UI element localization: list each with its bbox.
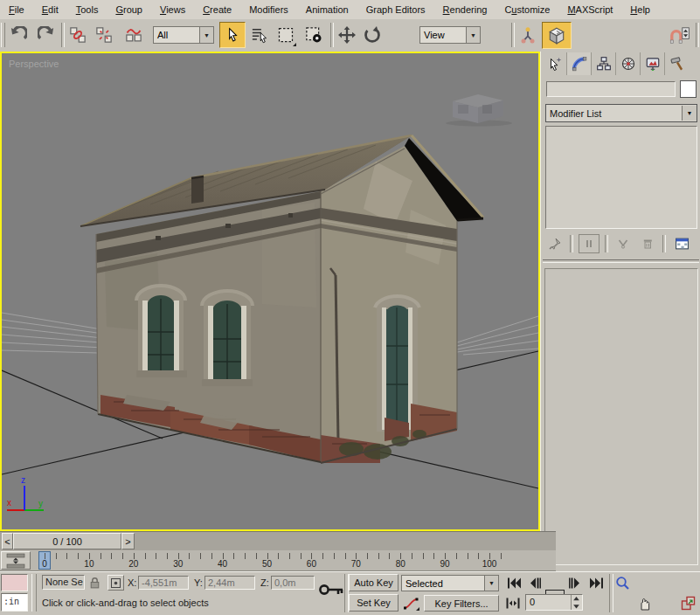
y-coord-field[interactable]: 2,44m bbox=[204, 576, 255, 590]
house-model[interactable] bbox=[80, 135, 483, 463]
set-key-button[interactable]: Set Key bbox=[349, 594, 399, 612]
separator bbox=[570, 235, 573, 252]
object-color-swatch[interactable] bbox=[680, 80, 697, 98]
toolbar-drag-handle[interactable] bbox=[1, 23, 5, 47]
modifier-stack-list[interactable] bbox=[545, 126, 697, 229]
panel-separator bbox=[543, 259, 699, 263]
key-mode-toggle-button[interactable] bbox=[504, 594, 522, 612]
zoom-button[interactable] bbox=[613, 574, 633, 591]
menu-edit[interactable]: Edit bbox=[33, 2, 67, 17]
ruler-tick bbox=[334, 553, 335, 559]
x-coord-field[interactable]: -4,551m bbox=[138, 576, 189, 590]
auto-key-button[interactable]: Auto Key bbox=[349, 574, 399, 591]
pan-view-button[interactable] bbox=[634, 594, 655, 612]
key-icon bbox=[318, 582, 344, 598]
menu-animation[interactable]: Animation bbox=[297, 2, 357, 17]
select-and-manipulate-button[interactable] bbox=[516, 23, 539, 47]
menu-modifiers[interactable]: Modifiers bbox=[240, 2, 297, 17]
menu-tools[interactable]: Tools bbox=[67, 2, 107, 17]
viewport-perspective[interactable]: Perspective bbox=[0, 52, 540, 531]
tab-modify[interactable] bbox=[567, 52, 592, 75]
macro-recorder-field[interactable] bbox=[1, 574, 28, 591]
frame-spinner[interactable] bbox=[571, 595, 582, 610]
listener-splitter[interactable] bbox=[31, 574, 37, 612]
next-frame-button[interactable] bbox=[566, 574, 584, 591]
3ds-max-window: FileEditToolsGroupViewsCreateModifiersAn… bbox=[0, 0, 700, 615]
z-coord-field[interactable]: 0,0m bbox=[271, 576, 315, 590]
object-name-field[interactable] bbox=[546, 81, 676, 97]
go-to-start-button[interactable] bbox=[504, 574, 523, 591]
pin-stack-button[interactable] bbox=[545, 234, 565, 253]
tab-create[interactable] bbox=[543, 52, 567, 75]
selection-lock-toggle[interactable] bbox=[88, 576, 101, 590]
time-slider-thumb[interactable]: 0 / 100 bbox=[13, 533, 121, 549]
go-to-end-icon bbox=[589, 577, 604, 589]
menu-maxscript[interactable]: MAXScript bbox=[558, 2, 621, 17]
rect-region-icon bbox=[277, 26, 295, 44]
redo-button[interactable] bbox=[35, 23, 58, 47]
chevron-down-icon[interactable]: ▼ bbox=[466, 27, 480, 43]
remove-modifier-button[interactable] bbox=[638, 234, 657, 253]
select-by-name-icon bbox=[251, 26, 268, 44]
pin-icon bbox=[548, 237, 562, 251]
selection-filter-dropdown[interactable]: All ▼ bbox=[153, 26, 214, 44]
chevron-down-icon[interactable]: ▼ bbox=[484, 576, 498, 591]
configure-modifier-sets-button[interactable] bbox=[671, 234, 692, 253]
menu-customize[interactable]: Customize bbox=[496, 2, 558, 17]
ruler-tick bbox=[468, 553, 468, 559]
menu-file[interactable]: File bbox=[0, 2, 33, 17]
distant-cube-object[interactable] bbox=[446, 94, 512, 127]
go-to-end-button[interactable] bbox=[586, 574, 606, 591]
menu-rendering[interactable]: Rendering bbox=[434, 2, 496, 17]
hierarchy-tab-icon bbox=[596, 56, 612, 72]
tab-hierarchy[interactable] bbox=[592, 52, 616, 75]
unlink-selection-button[interactable] bbox=[93, 23, 115, 47]
bind-to-space-warp-button[interactable] bbox=[122, 23, 145, 47]
open-mini-curve-editor-button[interactable] bbox=[1, 551, 31, 570]
rectangular-selection-region-button[interactable] bbox=[274, 23, 297, 47]
menu-views[interactable]: Views bbox=[151, 2, 194, 17]
chevron-down-icon[interactable]: ▼ bbox=[682, 106, 697, 121]
maxscript-mini-listener[interactable]: :in bbox=[1, 593, 28, 612]
select-by-name-button[interactable] bbox=[248, 23, 271, 47]
modifier-list-dropdown[interactable]: Modifier List ▼ bbox=[545, 104, 697, 122]
current-frame-field[interactable]: 0 bbox=[525, 594, 583, 611]
ruler-tick bbox=[56, 553, 57, 559]
make-unique-button[interactable] bbox=[613, 234, 633, 253]
chevron-down-icon[interactable]: ▼ bbox=[199, 27, 213, 43]
track-bar[interactable]: 0102030405060708090100 bbox=[0, 550, 556, 571]
select-and-move-button[interactable] bbox=[336, 23, 358, 47]
selection-set-value: Selected bbox=[402, 578, 484, 589]
keyboard-override-toggle-button[interactable] bbox=[542, 22, 572, 49]
selection-filter-value: All bbox=[154, 30, 199, 40]
reference-coordinate-system-dropdown[interactable]: View ▼ bbox=[419, 26, 481, 44]
previous-frame-arrow[interactable]: < bbox=[2, 533, 13, 549]
select-object-button[interactable] bbox=[219, 22, 246, 48]
key-filters-button[interactable]: Key Filters... bbox=[424, 595, 499, 612]
selection-set-dropdown[interactable]: Selected ▼ bbox=[401, 575, 499, 591]
menu-group[interactable]: Group bbox=[107, 2, 151, 17]
absolute-offset-mode-toggle[interactable] bbox=[107, 575, 124, 591]
menu-help[interactable]: Help bbox=[621, 2, 659, 17]
ruler-tick bbox=[322, 553, 323, 559]
undo-button[interactable] bbox=[7, 23, 30, 47]
menu-graph-editors[interactable]: Graph Editors bbox=[357, 2, 434, 17]
set-keys-button[interactable] bbox=[318, 582, 344, 598]
tab-utilities[interactable] bbox=[665, 52, 689, 75]
next-frame-arrow[interactable]: > bbox=[121, 533, 135, 549]
select-and-link-button[interactable] bbox=[66, 23, 89, 47]
tab-motion[interactable] bbox=[616, 52, 641, 75]
spinner-snap-toggle-button[interactable] bbox=[666, 23, 692, 47]
window-crossing-icon bbox=[305, 26, 322, 44]
show-end-result-button[interactable] bbox=[579, 234, 600, 253]
tab-display[interactable] bbox=[641, 52, 665, 75]
previous-frame-button[interactable] bbox=[526, 574, 544, 591]
time-slider-track[interactable]: < 0 / 100 > bbox=[0, 531, 556, 550]
default-in-out-tangents-button[interactable] bbox=[401, 595, 420, 612]
min-max-toggle-button[interactable] bbox=[678, 594, 698, 612]
modifier-stack-toolbar bbox=[545, 233, 697, 254]
menu-create[interactable]: Create bbox=[194, 2, 240, 17]
window-crossing-toggle-button[interactable] bbox=[302, 23, 325, 47]
main-toolbar: All ▼ View ▼ 3 % bbox=[0, 19, 700, 52]
select-and-rotate-button[interactable] bbox=[361, 23, 384, 47]
